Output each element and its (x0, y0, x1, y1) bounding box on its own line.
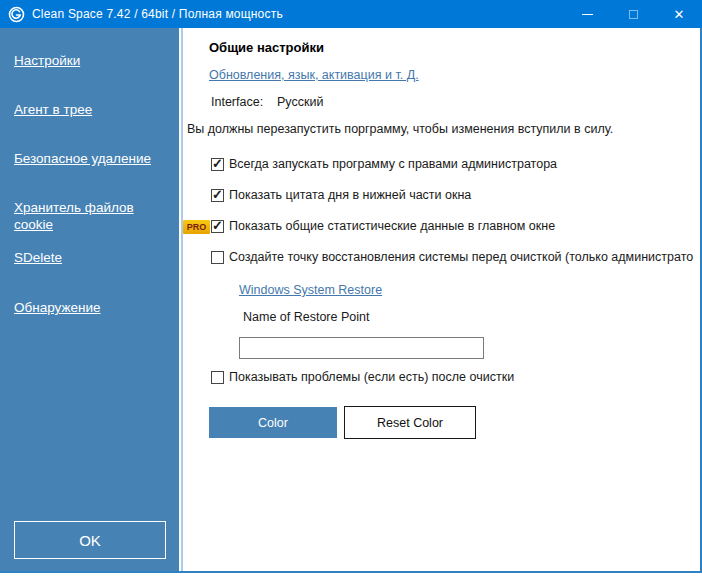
sidebar-item-secure-delete[interactable]: Безопасное удаление (14, 150, 151, 167)
show-problems-label: Показывать проблемы (если есть) после оч… (229, 370, 514, 384)
app-logo-icon (8, 6, 25, 23)
checkbox-row-quote-of-day: Показать цитата дня в нижней части окна (211, 188, 471, 202)
close-button[interactable]: ✕ (656, 0, 702, 28)
maximize-button[interactable] (610, 0, 656, 28)
pro-badge: PRO (183, 220, 210, 234)
show-problems-checkbox[interactable] (211, 371, 224, 384)
sidebar: Настройки Агент в трее Безопасное удален… (0, 28, 179, 571)
restore-point-checkbox[interactable] (211, 251, 224, 264)
window-title: Clean Space 7.42 / 64bit / Полная мощнос… (32, 7, 283, 21)
maximize-icon (629, 10, 638, 19)
title-bar: Clean Space 7.42 / 64bit / Полная мощнос… (0, 0, 702, 28)
color-button[interactable]: Color (209, 407, 337, 438)
updates-language-link[interactable]: Обновления, язык, активация и т. Д. (209, 68, 419, 82)
window-controls: ✕ (564, 0, 702, 28)
checkbox-row-restore-point: Создайте точку восстановления системы пе… (211, 250, 693, 264)
ok-button[interactable]: OK (14, 521, 166, 559)
restart-notice: Вы должны перезапустить порграмму, чтобы… (187, 122, 613, 136)
restore-point-checkbox-label: Создайте точку восстановления системы пе… (229, 250, 693, 264)
quote-of-day-label: Показать цитата дня в нижней части окна (229, 188, 471, 202)
sidebar-item-detection[interactable]: Обнаружение (14, 299, 101, 316)
sidebar-item-settings[interactable]: Настройки (14, 52, 80, 69)
interface-label: Interface: (211, 95, 263, 109)
statistics-label: Показать общие статистические данные в г… (229, 219, 555, 233)
restore-point-name-input[interactable] (239, 337, 484, 359)
sidebar-item-tray-agent[interactable]: Агент в трее (14, 101, 92, 118)
reset-color-button[interactable]: Reset Color (344, 406, 476, 439)
windows-system-restore-link[interactable]: Windows System Restore (239, 283, 382, 297)
page-title: Общие настройки (209, 40, 324, 55)
window-bottom-padding (0, 573, 702, 577)
checkbox-row-statistics: Показать общие статистические данные в г… (211, 219, 555, 233)
interface-value: Русский (277, 95, 323, 109)
run-as-admin-checkbox[interactable] (211, 158, 224, 171)
close-icon: ✕ (674, 7, 685, 22)
checkbox-row-show-problems: Показывать проблемы (если есть) после оч… (211, 370, 514, 384)
checkbox-row-run-as-admin: Всегда запускать программу с правами адм… (211, 157, 557, 171)
settings-panel: Общие настройки Обновления, язык, актива… (181, 28, 700, 571)
statistics-checkbox[interactable] (211, 220, 224, 233)
minimize-icon (582, 14, 593, 15)
restore-point-name-label: Name of Restore Point (243, 310, 369, 324)
sidebar-item-cookie-keeper[interactable]: Хранитель файлов cookie (14, 199, 169, 233)
quote-of-day-checkbox[interactable] (211, 189, 224, 202)
sidebar-item-sdelete[interactable]: SDelete (14, 249, 62, 266)
app-window: Clean Space 7.42 / 64bit / Полная мощнос… (0, 0, 702, 577)
minimize-button[interactable] (564, 0, 610, 28)
window-bottom-border (0, 571, 702, 573)
run-as-admin-label: Всегда запускать программу с правами адм… (229, 157, 557, 171)
